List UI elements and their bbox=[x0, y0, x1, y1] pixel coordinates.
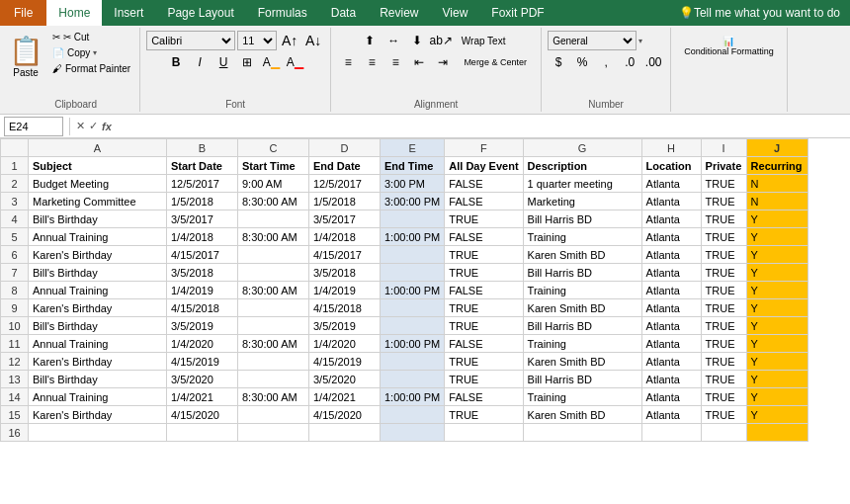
cell-C8[interactable]: 8:30:00 AM bbox=[238, 282, 309, 299]
cell-G15[interactable]: Karen Smith BD bbox=[523, 406, 641, 424]
menu-home[interactable]: Home bbox=[46, 0, 102, 26]
cell-C9[interactable] bbox=[238, 299, 309, 317]
decrease-indent-button[interactable]: ⇤ bbox=[408, 52, 430, 72]
col-header-f[interactable]: F bbox=[445, 139, 523, 157]
cell-H7[interactable]: Atlanta bbox=[641, 264, 701, 282]
copy-button[interactable]: 📄 Copy ▾ bbox=[49, 45, 133, 60]
cell-E8[interactable]: 1:00:00 PM bbox=[381, 282, 445, 299]
cell-D13[interactable]: 3/5/2020 bbox=[309, 371, 381, 388]
cell-F15[interactable]: TRUE bbox=[445, 406, 523, 424]
align-middle-button[interactable]: ↔ bbox=[382, 31, 404, 50]
cell-H14[interactable]: Atlanta bbox=[641, 388, 701, 406]
formula-input[interactable] bbox=[116, 121, 846, 132]
cell-E2[interactable]: 3:00 PM bbox=[381, 175, 445, 193]
cell-G3[interactable]: Marketing bbox=[523, 193, 641, 210]
cell-F3[interactable]: FALSE bbox=[445, 193, 523, 210]
cell-A12[interactable]: Karen's Birthday bbox=[29, 353, 167, 371]
cell-H9[interactable]: Atlanta bbox=[641, 299, 701, 317]
cell-F8[interactable]: FALSE bbox=[445, 282, 523, 299]
cell-J5[interactable]: Y bbox=[746, 228, 808, 246]
format-painter-button[interactable]: 🖌 Format Painter bbox=[49, 61, 133, 76]
cell-i1[interactable]: Private bbox=[701, 157, 746, 175]
cell-J13[interactable]: Y bbox=[746, 371, 808, 388]
cell-I13[interactable]: TRUE bbox=[701, 371, 746, 388]
cell-I10[interactable]: TRUE bbox=[701, 317, 746, 335]
align-left-button[interactable]: ≡ bbox=[337, 52, 359, 72]
cell-H8[interactable]: Atlanta bbox=[641, 282, 701, 299]
col-header-g[interactable]: G bbox=[523, 139, 641, 157]
cell-D7[interactable]: 3/5/2018 bbox=[309, 264, 381, 282]
cell-J9[interactable]: Y bbox=[746, 299, 808, 317]
increase-font-button[interactable]: A↑ bbox=[279, 31, 300, 50]
cell-H15[interactable]: Atlanta bbox=[641, 406, 701, 424]
cut-button[interactable]: ✂ ✂ Cut bbox=[49, 30, 133, 44]
cell-G12[interactable]: Karen Smith BD bbox=[523, 353, 641, 371]
cell-F2[interactable]: FALSE bbox=[445, 175, 523, 193]
cell-A11[interactable]: Annual Training bbox=[29, 335, 167, 353]
cell-B10[interactable]: 3/5/2019 bbox=[167, 317, 238, 335]
cell-J3[interactable]: N bbox=[746, 193, 808, 210]
cell-B2[interactable]: 12/5/2017 bbox=[167, 175, 238, 193]
cell-h1[interactable]: Location bbox=[641, 157, 701, 175]
align-center-button[interactable]: ≡ bbox=[361, 52, 382, 72]
font-color-button[interactable]: A▁ bbox=[284, 52, 305, 72]
cell-E14[interactable]: 1:00:00 PM bbox=[381, 388, 445, 406]
cell-A8[interactable]: Annual Training bbox=[29, 282, 167, 299]
cell-A6[interactable]: Karen's Birthday bbox=[29, 246, 167, 264]
wrap-text-button[interactable]: Wrap Text bbox=[454, 31, 513, 50]
cell-B11[interactable]: 1/4/2020 bbox=[167, 335, 238, 353]
cell-J16[interactable] bbox=[746, 424, 808, 442]
cell-B14[interactable]: 1/4/2021 bbox=[167, 388, 238, 406]
cell-C10[interactable] bbox=[238, 317, 309, 335]
cell-C4[interactable] bbox=[238, 210, 309, 228]
cell-I3[interactable]: TRUE bbox=[701, 193, 746, 210]
cell-H13[interactable]: Atlanta bbox=[641, 371, 701, 388]
menu-pagelayout[interactable]: Page Layout bbox=[155, 0, 245, 26]
cell-b1[interactable]: Start Date bbox=[167, 157, 238, 175]
cell-E15[interactable] bbox=[381, 406, 445, 424]
cell-J10[interactable]: Y bbox=[746, 317, 808, 335]
cell-H10[interactable]: Atlanta bbox=[641, 317, 701, 335]
cell-F4[interactable]: TRUE bbox=[445, 210, 523, 228]
cell-G13[interactable]: Bill Harris BD bbox=[523, 371, 641, 388]
cell-B3[interactable]: 1/5/2018 bbox=[167, 193, 238, 210]
fill-color-button[interactable]: A▁ bbox=[260, 52, 282, 72]
col-header-i[interactable]: I bbox=[701, 139, 746, 157]
cell-B5[interactable]: 1/4/2018 bbox=[167, 228, 238, 246]
cell-J14[interactable]: Y bbox=[746, 388, 808, 406]
underline-button[interactable]: U bbox=[212, 52, 234, 72]
cell-D8[interactable]: 1/4/2019 bbox=[309, 282, 381, 299]
cell-I2[interactable]: TRUE bbox=[701, 175, 746, 193]
cell-E11[interactable]: 1:00:00 PM bbox=[381, 335, 445, 353]
cell-A16[interactable] bbox=[29, 424, 167, 442]
cell-E3[interactable]: 3:00:00 PM bbox=[381, 193, 445, 210]
cell-B16[interactable] bbox=[167, 424, 238, 442]
function-icon[interactable]: fx bbox=[102, 121, 112, 132]
percent-button[interactable]: % bbox=[571, 52, 593, 72]
cell-e1[interactable]: End Time bbox=[381, 157, 445, 175]
cell-E6[interactable] bbox=[381, 246, 445, 264]
cell-C14[interactable]: 8:30:00 AM bbox=[238, 388, 309, 406]
col-header-h[interactable]: H bbox=[641, 139, 701, 157]
cell-I15[interactable]: TRUE bbox=[701, 406, 746, 424]
cell-B15[interactable]: 4/15/2020 bbox=[167, 406, 238, 424]
currency-button[interactable]: $ bbox=[548, 52, 569, 72]
cell-H2[interactable]: Atlanta bbox=[641, 175, 701, 193]
cell-G11[interactable]: Training bbox=[523, 335, 641, 353]
comma-button[interactable]: , bbox=[595, 52, 617, 72]
cell-B4[interactable]: 3/5/2017 bbox=[167, 210, 238, 228]
cell-J4[interactable]: Y bbox=[746, 210, 808, 228]
cell-H12[interactable]: Atlanta bbox=[641, 353, 701, 371]
cell-A2[interactable]: Budget Meeting bbox=[29, 175, 167, 193]
cell-H11[interactable]: Atlanta bbox=[641, 335, 701, 353]
cancel-icon[interactable]: ✕ bbox=[76, 120, 85, 132]
cell-A10[interactable]: Bill's Birthday bbox=[29, 317, 167, 335]
col-header-b[interactable]: B bbox=[167, 139, 238, 157]
cell-reference-input[interactable]: E24 bbox=[4, 117, 63, 136]
cell-D9[interactable]: 4/15/2018 bbox=[309, 299, 381, 317]
border-button[interactable]: ⊞ bbox=[236, 52, 258, 72]
cell-C6[interactable] bbox=[238, 246, 309, 264]
cell-F5[interactable]: FALSE bbox=[445, 228, 523, 246]
bold-button[interactable]: B bbox=[165, 52, 187, 72]
cell-F9[interactable]: TRUE bbox=[445, 299, 523, 317]
